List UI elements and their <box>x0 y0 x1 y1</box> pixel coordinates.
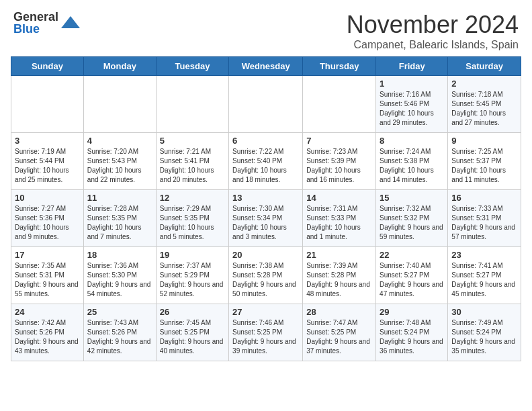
day-info: Sunrise: 7:42 AM Sunset: 5:26 PM Dayligh… <box>15 318 80 356</box>
day-number: 27 <box>232 307 299 317</box>
day-cell: 2Sunrise: 7:18 AM Sunset: 5:45 PM Daylig… <box>448 76 521 133</box>
page-header: General Blue November 2024 Campanet, Bal… <box>0 0 532 56</box>
header-day-saturday: Saturday <box>448 57 521 76</box>
day-number: 28 <box>306 307 372 317</box>
header-day-friday: Friday <box>376 57 448 76</box>
day-info: Sunrise: 7:18 AM Sunset: 5:45 PM Dayligh… <box>451 90 517 128</box>
calendar-body: 1Sunrise: 7:16 AM Sunset: 5:46 PM Daylig… <box>11 76 521 361</box>
day-info: Sunrise: 7:49 AM Sunset: 5:24 PM Dayligh… <box>451 318 517 356</box>
day-cell: 9Sunrise: 7:25 AM Sunset: 5:37 PM Daylig… <box>448 133 521 190</box>
day-number: 26 <box>160 307 225 317</box>
title-area: November 2024 Campanet, Balearic Islands… <box>347 11 519 51</box>
day-info: Sunrise: 7:46 AM Sunset: 5:25 PM Dayligh… <box>232 318 299 356</box>
day-cell: 10Sunrise: 7:27 AM Sunset: 5:36 PM Dayli… <box>11 190 84 247</box>
week-row-5: 24Sunrise: 7:42 AM Sunset: 5:26 PM Dayli… <box>11 304 521 361</box>
day-cell <box>303 76 376 133</box>
day-info: Sunrise: 7:38 AM Sunset: 5:28 PM Dayligh… <box>232 261 299 299</box>
day-info: Sunrise: 7:37 AM Sunset: 5:29 PM Dayligh… <box>160 261 225 299</box>
day-number: 21 <box>306 250 372 260</box>
week-row-2: 3Sunrise: 7:19 AM Sunset: 5:44 PM Daylig… <box>11 133 521 190</box>
day-cell <box>83 76 156 133</box>
day-number: 22 <box>380 250 444 260</box>
day-number: 23 <box>451 250 517 260</box>
day-number: 11 <box>87 193 152 203</box>
day-cell: 6Sunrise: 7:22 AM Sunset: 5:40 PM Daylig… <box>229 133 303 190</box>
day-cell <box>229 76 303 133</box>
day-number: 15 <box>380 193 444 203</box>
calendar-header: SundayMondayTuesdayWednesdayThursdayFrid… <box>11 57 521 76</box>
day-cell: 16Sunrise: 7:33 AM Sunset: 5:31 PM Dayli… <box>448 190 521 247</box>
day-cell: 15Sunrise: 7:32 AM Sunset: 5:32 PM Dayli… <box>376 190 448 247</box>
day-cell: 5Sunrise: 7:21 AM Sunset: 5:41 PM Daylig… <box>156 133 228 190</box>
day-number: 18 <box>87 250 152 260</box>
day-cell: 18Sunrise: 7:36 AM Sunset: 5:30 PM Dayli… <box>83 247 156 304</box>
day-number: 9 <box>451 136 517 146</box>
header-day-thursday: Thursday <box>303 57 376 76</box>
header-day-tuesday: Tuesday <box>156 57 228 76</box>
logo-icon <box>61 13 80 32</box>
day-info: Sunrise: 7:24 AM Sunset: 5:38 PM Dayligh… <box>380 147 444 185</box>
day-cell: 20Sunrise: 7:38 AM Sunset: 5:28 PM Dayli… <box>229 247 303 304</box>
day-cell: 22Sunrise: 7:40 AM Sunset: 5:27 PM Dayli… <box>376 247 448 304</box>
day-number: 19 <box>160 250 225 260</box>
day-cell: 14Sunrise: 7:31 AM Sunset: 5:33 PM Dayli… <box>303 190 376 247</box>
day-cell: 27Sunrise: 7:46 AM Sunset: 5:25 PM Dayli… <box>229 304 303 361</box>
day-number: 1 <box>380 79 444 89</box>
day-number: 30 <box>451 307 517 317</box>
week-row-3: 10Sunrise: 7:27 AM Sunset: 5:36 PM Dayli… <box>11 190 521 247</box>
day-info: Sunrise: 7:28 AM Sunset: 5:35 PM Dayligh… <box>87 204 152 242</box>
location: Campanet, Balearic Islands, Spain <box>347 39 519 51</box>
day-cell: 7Sunrise: 7:23 AM Sunset: 5:39 PM Daylig… <box>303 133 376 190</box>
day-cell: 19Sunrise: 7:37 AM Sunset: 5:29 PM Dayli… <box>156 247 228 304</box>
day-info: Sunrise: 7:27 AM Sunset: 5:36 PM Dayligh… <box>15 204 80 242</box>
day-info: Sunrise: 7:40 AM Sunset: 5:27 PM Dayligh… <box>380 261 444 299</box>
day-cell: 17Sunrise: 7:35 AM Sunset: 5:31 PM Dayli… <box>11 247 84 304</box>
day-info: Sunrise: 7:43 AM Sunset: 5:26 PM Dayligh… <box>87 318 152 356</box>
day-cell: 30Sunrise: 7:49 AM Sunset: 5:24 PM Dayli… <box>448 304 521 361</box>
day-number: 20 <box>232 250 299 260</box>
day-number: 16 <box>451 193 517 203</box>
logo-text: General Blue <box>13 11 58 35</box>
day-info: Sunrise: 7:19 AM Sunset: 5:44 PM Dayligh… <box>15 147 80 185</box>
day-cell: 12Sunrise: 7:29 AM Sunset: 5:35 PM Dayli… <box>156 190 228 247</box>
day-cell: 26Sunrise: 7:45 AM Sunset: 5:25 PM Dayli… <box>156 304 228 361</box>
header-day-sunday: Sunday <box>11 57 84 76</box>
day-cell <box>156 76 228 133</box>
day-info: Sunrise: 7:22 AM Sunset: 5:40 PM Dayligh… <box>232 147 299 185</box>
day-info: Sunrise: 7:36 AM Sunset: 5:30 PM Dayligh… <box>87 261 152 299</box>
day-info: Sunrise: 7:41 AM Sunset: 5:27 PM Dayligh… <box>451 261 517 299</box>
day-info: Sunrise: 7:31 AM Sunset: 5:33 PM Dayligh… <box>306 204 372 242</box>
day-number: 8 <box>380 136 444 146</box>
day-cell: 25Sunrise: 7:43 AM Sunset: 5:26 PM Dayli… <box>83 304 156 361</box>
day-info: Sunrise: 7:35 AM Sunset: 5:31 PM Dayligh… <box>15 261 80 299</box>
day-cell: 23Sunrise: 7:41 AM Sunset: 5:27 PM Dayli… <box>448 247 521 304</box>
header-row: SundayMondayTuesdayWednesdayThursdayFrid… <box>11 57 521 76</box>
day-info: Sunrise: 7:45 AM Sunset: 5:25 PM Dayligh… <box>160 318 225 356</box>
day-info: Sunrise: 7:29 AM Sunset: 5:35 PM Dayligh… <box>160 204 225 242</box>
day-cell <box>11 76 84 133</box>
day-info: Sunrise: 7:47 AM Sunset: 5:25 PM Dayligh… <box>306 318 372 356</box>
day-info: Sunrise: 7:32 AM Sunset: 5:32 PM Dayligh… <box>380 204 444 242</box>
day-info: Sunrise: 7:33 AM Sunset: 5:31 PM Dayligh… <box>451 204 517 242</box>
day-number: 29 <box>380 307 444 317</box>
logo-blue: Blue <box>13 23 58 35</box>
day-info: Sunrise: 7:39 AM Sunset: 5:28 PM Dayligh… <box>306 261 372 299</box>
week-row-4: 17Sunrise: 7:35 AM Sunset: 5:31 PM Dayli… <box>11 247 521 304</box>
day-cell: 28Sunrise: 7:47 AM Sunset: 5:25 PM Dayli… <box>303 304 376 361</box>
svg-marker-0 <box>61 16 80 28</box>
day-number: 13 <box>232 193 299 203</box>
week-row-1: 1Sunrise: 7:16 AM Sunset: 5:46 PM Daylig… <box>11 76 521 133</box>
day-cell: 24Sunrise: 7:42 AM Sunset: 5:26 PM Dayli… <box>11 304 84 361</box>
day-info: Sunrise: 7:16 AM Sunset: 5:46 PM Dayligh… <box>380 90 444 128</box>
day-number: 2 <box>451 79 517 89</box>
calendar-wrap: SundayMondayTuesdayWednesdayThursdayFrid… <box>0 56 532 367</box>
day-number: 25 <box>87 307 152 317</box>
day-cell: 4Sunrise: 7:20 AM Sunset: 5:43 PM Daylig… <box>83 133 156 190</box>
day-info: Sunrise: 7:25 AM Sunset: 5:37 PM Dayligh… <box>451 147 517 185</box>
day-cell: 3Sunrise: 7:19 AM Sunset: 5:44 PM Daylig… <box>11 133 84 190</box>
day-number: 7 <box>306 136 372 146</box>
day-info: Sunrise: 7:30 AM Sunset: 5:34 PM Dayligh… <box>232 204 299 242</box>
day-number: 24 <box>15 307 80 317</box>
day-cell: 21Sunrise: 7:39 AM Sunset: 5:28 PM Dayli… <box>303 247 376 304</box>
header-day-monday: Monday <box>83 57 156 76</box>
